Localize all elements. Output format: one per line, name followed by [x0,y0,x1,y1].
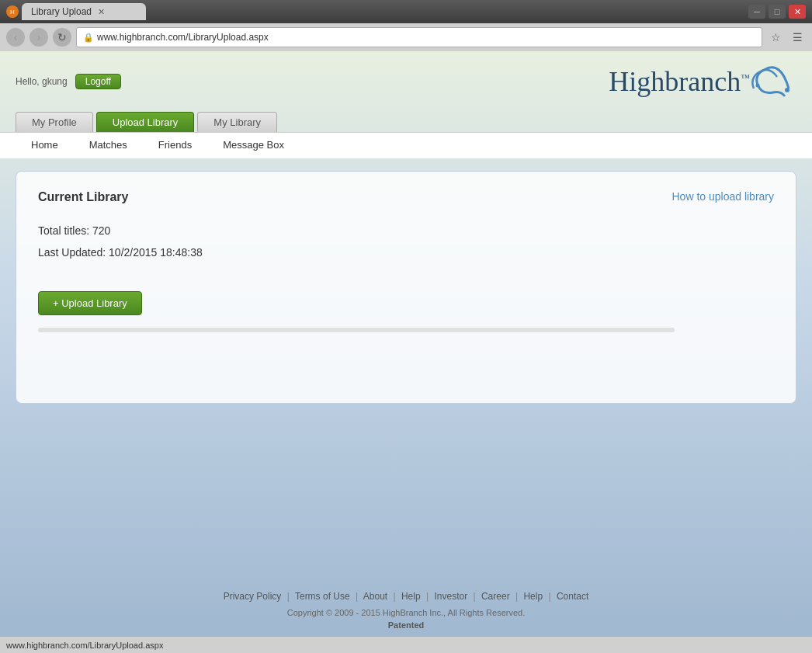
footer-contact[interactable]: Contact [557,591,588,602]
back-button[interactable]: ‹ [6,28,25,47]
footer-terms-of-use[interactable]: Terms of Use [295,591,350,602]
status-url: www.highbranch.com/LibraryUpload.aspx [6,641,163,650]
toolbar-icons: ☆ ☰ [767,29,806,46]
logo-text: Highbranch™ [609,65,750,98]
svg-point-2 [785,88,789,92]
panel-title: Current Library [38,190,128,204]
sub-nav-matches[interactable]: Matches [74,133,143,158]
browser-window: H Library Upload ✕ ─ □ ✕ ‹ › ↻ 🔒 www.hig… [0,0,812,653]
footer-links: Privacy Policy | Terms of Use | About | … [16,591,796,602]
menu-icon[interactable]: ☰ [789,29,806,46]
browser-icon: H [6,5,19,18]
footer-copyright: Copyright © 2009 - 2015 HighBranch Inc.,… [16,608,796,617]
progress-bar [38,328,675,332]
title-bar: H Library Upload ✕ ─ □ ✕ [0,0,812,23]
forward-button[interactable]: › [29,28,48,47]
tab-my-profile[interactable]: My Profile [16,112,93,132]
user-info: Hello, gkung Logoff [16,74,121,89]
tab-label: Library Upload [31,6,92,17]
footer-help-1[interactable]: Help [401,591,421,602]
sub-nav: Home Matches Friends Message Box [0,132,812,158]
minimize-button[interactable]: ─ [748,5,765,19]
browser-toolbar: ‹ › ↻ 🔒 www.highbranch.com/LibraryUpload… [0,23,812,51]
library-stats: Total titles: 720 Last Updated: 10/2/201… [38,220,774,263]
logo-decoration [750,57,796,106]
how-to-link[interactable]: How to upload library [671,190,774,203]
svg-point-3 [756,84,760,88]
tab-upload-library[interactable]: Upload Library [96,112,195,132]
nav-tabs: My Profile Upload Library My Library [0,109,812,132]
page-footer: Privacy Policy | Terms of Use | About | … [0,582,812,636]
title-bar-controls: ─ □ ✕ [748,5,806,19]
bookmark-icon[interactable]: ☆ [767,29,784,46]
reload-button[interactable]: ↻ [53,28,71,47]
page-header: Hello, gkung Logoff Highbranch™ [0,51,812,109]
main-panel: Current Library How to upload library To… [16,171,796,404]
tab-close-icon[interactable]: ✕ [98,7,105,17]
close-button[interactable]: ✕ [789,5,806,19]
url-text: www.highbranch.com/LibraryUpload.aspx [97,32,269,43]
footer-investor[interactable]: Investor [434,591,467,602]
footer-patented: Patented [16,620,796,630]
main-panel-wrapper: Current Library How to upload library To… [0,158,812,582]
maximize-button[interactable]: □ [769,5,786,19]
sub-nav-message-box[interactable]: Message Box [207,133,300,158]
tab-my-library[interactable]: My Library [197,112,277,132]
address-lock-icon: 🔒 [83,33,94,43]
logo-area: Highbranch™ [609,57,796,106]
greeting-text: Hello, gkung [16,76,68,87]
last-updated: Last Updated: 10/2/2015 18:48:38 [38,241,774,263]
page-content: Hello, gkung Logoff Highbranch™ [0,51,812,636]
sub-nav-friends[interactable]: Friends [143,133,207,158]
footer-about[interactable]: About [363,591,387,602]
upload-library-button[interactable]: + Upload Library [38,291,142,315]
footer-career[interactable]: Career [481,591,510,602]
status-bar: www.highbranch.com/LibraryUpload.aspx [0,636,812,653]
svg-text:H: H [10,9,15,16]
total-titles: Total titles: 720 [38,220,774,241]
footer-privacy-policy[interactable]: Privacy Policy [224,591,282,602]
browser-tab[interactable]: Library Upload ✕ [22,3,146,20]
logoff-button[interactable]: Logoff [75,74,121,89]
sub-nav-home[interactable]: Home [16,133,74,158]
panel-header: Current Library How to upload library [38,190,774,204]
footer-help-2[interactable]: Help [523,591,543,602]
address-bar[interactable]: 🔒 www.highbranch.com/LibraryUpload.aspx [76,27,762,47]
